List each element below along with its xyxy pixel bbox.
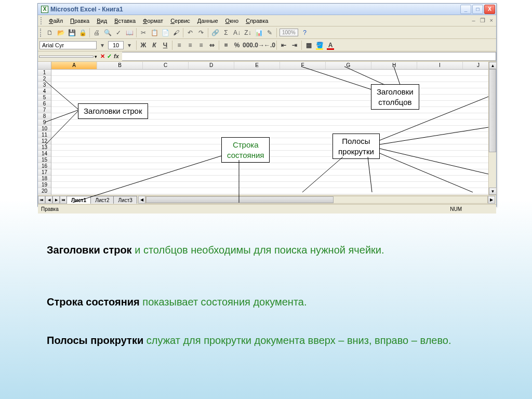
row-header[interactable]: 4 [38, 88, 51, 95]
fill-color-icon[interactable]: 🪣 [314, 40, 325, 50]
toolbar-handle[interactable] [41, 17, 44, 24]
research-icon[interactable]: 📖 [124, 28, 135, 38]
vertical-scrollbar[interactable]: ▲ ▼ [488, 62, 496, 195]
merge-center-icon[interactable]: ⇔ [207, 40, 217, 50]
spell-icon[interactable]: ✓ [113, 28, 124, 38]
cell-area[interactable] [51, 70, 496, 194]
row-header[interactable]: 3 [38, 82, 51, 88]
drawing-icon[interactable]: ✎ [264, 28, 275, 38]
sheet-tab-1[interactable]: Лист1 [66, 196, 91, 204]
menu-file[interactable]: Файл [45, 17, 66, 25]
row-header[interactable]: 18 [38, 176, 51, 182]
formula-input[interactable] [122, 52, 496, 61]
menu-insert[interactable]: Вставка [111, 17, 139, 25]
print-icon[interactable]: 🖨 [91, 28, 102, 38]
cancel-icon[interactable]: ✕ [100, 53, 105, 60]
column-header[interactable]: I [417, 62, 463, 69]
new-icon[interactable]: 🗋 [45, 28, 55, 38]
menu-data[interactable]: Данные [194, 17, 222, 25]
menu-view[interactable]: Вид [93, 17, 111, 25]
open-icon[interactable]: 📂 [56, 28, 66, 38]
cut-icon[interactable]: ✂ [138, 28, 149, 38]
format-painter-icon[interactable]: 🖌 [171, 28, 181, 38]
row-header[interactable]: 12 [38, 138, 51, 144]
fx-icon[interactable]: fx [114, 53, 119, 60]
increase-decimal-icon[interactable]: .0→ [254, 40, 264, 50]
row-header[interactable]: 6 [38, 101, 51, 107]
redo-icon[interactable]: ↷ [196, 28, 206, 38]
row-header[interactable]: 11 [38, 132, 51, 138]
mdi-minimize-button[interactable]: – [472, 17, 475, 24]
menu-help[interactable]: Справка [242, 17, 272, 25]
column-header[interactable]: C [143, 62, 189, 69]
align-left-icon[interactable]: ≡ [174, 40, 184, 50]
align-center-icon[interactable]: ≡ [185, 40, 195, 50]
hyperlink-icon[interactable]: 🔗 [210, 28, 220, 38]
increase-indent-icon[interactable]: ⇥ [289, 40, 300, 50]
column-header[interactable]: F [280, 62, 326, 69]
sort-desc-icon[interactable]: Z↓ [243, 28, 253, 38]
mdi-restore-button[interactable]: ❐ [480, 17, 485, 24]
percent-icon[interactable]: % [232, 40, 242, 50]
sheet-tab-2[interactable]: Лист2 [90, 196, 114, 204]
row-header[interactable]: 20 [38, 188, 51, 194]
autosum-icon[interactable]: Σ [221, 28, 231, 38]
borders-icon[interactable]: ▦ [303, 40, 314, 50]
row-header[interactable]: 5 [38, 95, 51, 101]
row-header[interactable]: 9 [38, 119, 51, 126]
next-sheet-icon[interactable]: ▶ [52, 196, 60, 204]
sort-asc-icon[interactable]: A↓ [232, 28, 242, 38]
column-header[interactable]: E [234, 62, 280, 69]
select-all-corner[interactable] [38, 62, 51, 70]
chevron-down-icon[interactable]: ▾ [124, 40, 135, 50]
decrease-decimal-icon[interactable]: ←.0 [264, 40, 275, 50]
first-sheet-icon[interactable]: ⏮ [38, 196, 45, 204]
save-icon[interactable]: 💾 [66, 28, 77, 38]
column-header[interactable]: B [97, 62, 143, 69]
bold-button[interactable]: Ж [138, 40, 149, 50]
currency-icon[interactable]: ¤ [221, 40, 231, 50]
copy-icon[interactable]: 📋 [149, 28, 159, 38]
horizontal-scrollbar[interactable]: ◀ ▶ [138, 196, 495, 204]
underline-button[interactable]: Ч [160, 40, 170, 50]
align-right-icon[interactable]: ≡ [196, 40, 206, 50]
row-header[interactable]: 19 [38, 182, 51, 188]
font-size-combo[interactable]: 10 [108, 41, 124, 49]
row-header[interactable]: 15 [38, 157, 51, 163]
permission-icon[interactable]: 🔒 [77, 28, 88, 38]
menu-tools[interactable]: Сервис [167, 17, 194, 25]
scroll-thumb[interactable] [146, 196, 334, 203]
last-sheet-icon[interactable]: ⏭ [60, 196, 67, 204]
preview-icon[interactable]: 🔍 [102, 28, 113, 38]
menu-window[interactable]: Окно [222, 17, 243, 25]
titlebar[interactable]: X Microsoft Excel - Книга1 _ □ X [38, 4, 496, 15]
scroll-up-icon[interactable]: ▲ [489, 62, 497, 69]
minimize-button[interactable]: _ [460, 5, 471, 14]
italic-button[interactable]: К [149, 40, 159, 50]
help-icon[interactable]: ? [300, 28, 310, 38]
row-header[interactable]: 16 [38, 163, 51, 169]
chevron-down-icon[interactable]: ▾ [97, 40, 108, 50]
row-header[interactable]: 14 [38, 151, 51, 157]
row-header[interactable]: 13 [38, 144, 51, 151]
scroll-left-icon[interactable]: ◀ [138, 196, 145, 204]
scroll-down-icon[interactable]: ▼ [489, 188, 497, 195]
decrease-indent-icon[interactable]: ⇤ [278, 40, 289, 50]
row-header[interactable]: 7 [38, 107, 51, 113]
close-button[interactable]: X [484, 5, 495, 14]
column-header[interactable]: G [326, 62, 371, 69]
column-header[interactable]: D [189, 62, 234, 69]
row-header[interactable]: 2 [38, 76, 51, 82]
font-color-icon[interactable]: A [325, 40, 336, 50]
scroll-thumb[interactable] [489, 69, 496, 152]
column-header[interactable]: H [371, 62, 417, 69]
menu-format[interactable]: Формат [139, 17, 167, 25]
chart-icon[interactable]: 📊 [254, 28, 264, 38]
undo-icon[interactable]: ↶ [185, 28, 195, 38]
toolbar-handle[interactable] [40, 29, 43, 37]
enter-icon[interactable]: ✓ [107, 53, 112, 60]
sheet-tab-3[interactable]: Лист3 [113, 196, 137, 204]
prev-sheet-icon[interactable]: ◀ [45, 196, 52, 204]
zoom-combo[interactable]: 100% [280, 29, 298, 36]
maximize-button[interactable]: □ [472, 5, 483, 14]
